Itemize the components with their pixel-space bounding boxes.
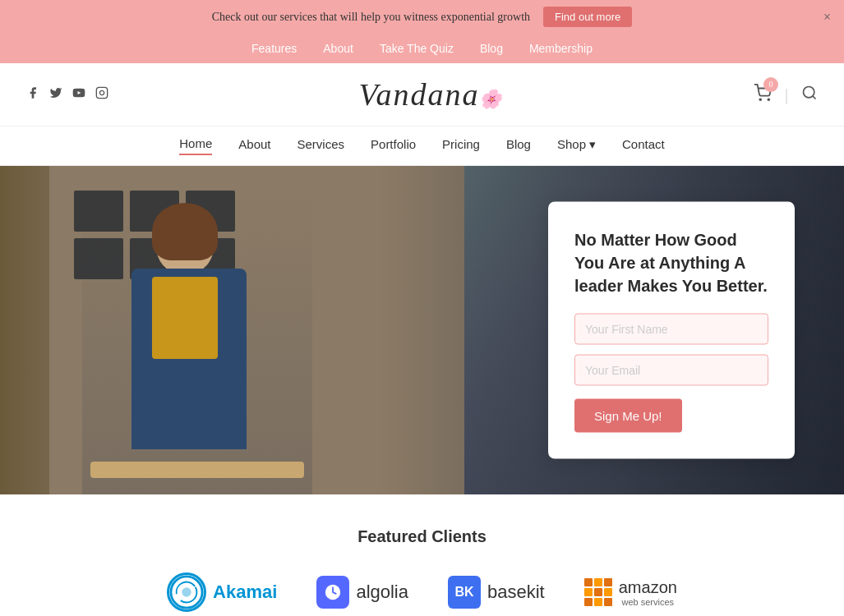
nav-about[interactable]: About — [238, 137, 270, 154]
amazon-sublabel: web services — [619, 597, 677, 607]
algolia-icon — [316, 576, 349, 609]
announcement-text: Check out our services that will help yo… — [212, 11, 530, 24]
basekit-icon: BK — [448, 576, 481, 609]
amazon-label: amazon — [619, 578, 677, 596]
sign-up-button[interactable]: Sign Me Up! — [574, 399, 682, 433]
cart-badge: 0 — [763, 77, 778, 92]
social-icons — [26, 86, 108, 103]
amazon-icon — [584, 578, 612, 606]
find-out-button[interactable]: Find out more — [543, 7, 632, 27]
top-nav-quiz[interactable]: Take The Quiz — [380, 42, 454, 55]
top-nav-membership[interactable]: Membership — [529, 42, 593, 55]
hero-heading: No Matter How Good You Are at Anything A… — [574, 228, 768, 297]
chevron-down-icon: ▾ — [589, 137, 596, 152]
nav-blog[interactable]: Blog — [506, 137, 531, 154]
top-nav-about[interactable]: About — [323, 42, 353, 55]
first-name-input[interactable] — [574, 314, 768, 345]
instagram-icon[interactable] — [95, 86, 108, 103]
akamai-icon — [167, 572, 206, 612]
svg-point-3 — [759, 99, 761, 100]
client-basekit: BK basekit — [448, 576, 545, 609]
akamai-label: Akamai — [213, 582, 277, 603]
clients-grid: Akamai algolia BK basekit — [26, 572, 818, 612]
amazon-text-block: amazon web services — [619, 578, 677, 607]
close-icon[interactable]: × — [823, 10, 831, 25]
main-header: Vandana🌸 0 | — [0, 63, 844, 126]
nav-pricing[interactable]: Pricing — [442, 137, 480, 154]
search-icon[interactable] — [801, 85, 818, 105]
client-akamai: Akamai — [167, 572, 277, 612]
nav-home[interactable]: Home — [179, 136, 212, 155]
featured-clients-title: Featured Clients — [26, 527, 818, 546]
client-amazon: amazon web services — [584, 578, 677, 607]
youtube-icon[interactable] — [72, 86, 85, 103]
algolia-label: algolia — [356, 582, 408, 603]
top-nav-blog[interactable]: Blog — [480, 42, 503, 55]
top-nav: Features About Take The Quiz Blog Member… — [0, 34, 844, 63]
top-nav-features[interactable]: Features — [251, 42, 297, 55]
nav-services[interactable]: Services — [297, 137, 345, 154]
hero-section: No Matter How Good You Are at Anything A… — [0, 166, 844, 494]
cart-button[interactable]: 0 — [754, 84, 772, 106]
announcement-bar: Check out our services that will help yo… — [0, 0, 844, 34]
hero-form-card: No Matter How Good You Are at Anything A… — [548, 202, 795, 459]
featured-clients-section: Featured Clients Akamai algolia BK basek… — [0, 494, 844, 616]
header-divider: | — [785, 85, 788, 104]
twitter-icon[interactable] — [49, 86, 62, 103]
nav-shop[interactable]: Shop ▾ — [557, 137, 596, 155]
header-actions: 0 | — [754, 84, 818, 106]
facebook-icon[interactable] — [26, 86, 39, 103]
client-algolia: algolia — [316, 576, 408, 609]
svg-point-4 — [768, 99, 769, 100]
svg-line-6 — [813, 95, 816, 99]
logo-flower: 🌸 — [479, 89, 503, 109]
amazon-squares — [584, 578, 612, 606]
svg-rect-1 — [96, 87, 107, 98]
nav-portfolio[interactable]: Portfolio — [371, 137, 416, 154]
svg-point-9 — [182, 587, 191, 596]
email-input[interactable] — [574, 355, 768, 386]
main-nav: Home About Services Portfolio Pricing Bl… — [0, 126, 844, 166]
logo-text: Vandana — [358, 77, 479, 112]
basekit-label: basekit — [487, 582, 545, 603]
nav-contact[interactable]: Contact — [622, 137, 665, 154]
svg-point-5 — [803, 86, 814, 97]
logo: Vandana🌸 — [358, 76, 503, 113]
